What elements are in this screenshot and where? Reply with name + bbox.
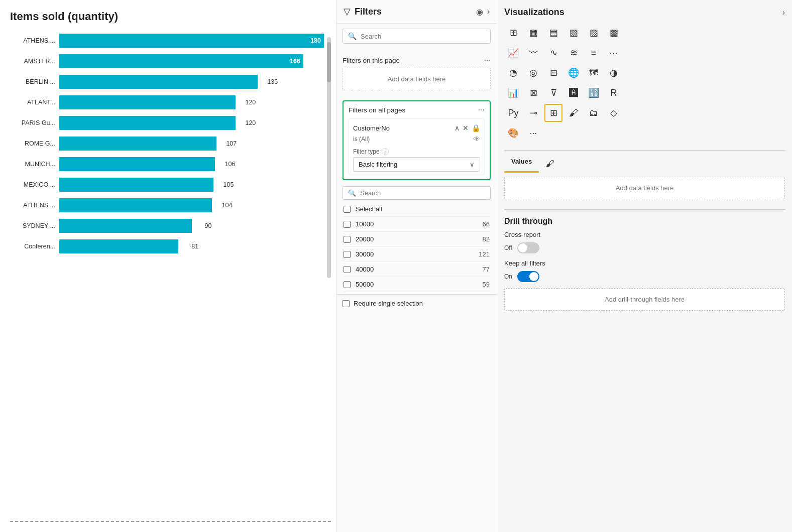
- filter-lock-icon[interactable]: 🔒: [472, 124, 480, 132]
- viz-icon-waterfall[interactable]: ≡: [585, 44, 603, 62]
- viz-icon-bar-100pct[interactable]: ▧: [564, 24, 583, 42]
- bar-container[interactable]: 180: [59, 34, 324, 48]
- viz-icon-funnel[interactable]: ⊽: [544, 84, 562, 102]
- chart-row: BERLIN ...135: [10, 73, 324, 90]
- viz-icon-map[interactable]: 🌐: [564, 64, 583, 82]
- filters-panel-title: Filters: [355, 7, 472, 17]
- bar-container[interactable]: 104: [59, 198, 324, 212]
- bar-value-outside: 120: [245, 119, 256, 126]
- viz-icon-card[interactable]: 🅰: [564, 84, 583, 102]
- viz-icon-line-clustered[interactable]: ▩: [605, 24, 623, 42]
- filters-expand-icon[interactable]: ›: [487, 7, 490, 16]
- bar-value-outside: 81: [191, 243, 198, 250]
- viz-icon-scatter[interactable]: ⋯: [605, 44, 623, 62]
- viz-icon-multi-card[interactable]: 🔢: [585, 84, 603, 102]
- filter-item-checkbox[interactable]: [344, 236, 351, 243]
- bar-label: ATHENS ...: [10, 202, 55, 209]
- viz-icon-paint[interactable]: 🎨: [504, 124, 522, 142]
- viz-icon-shape-map[interactable]: ◇: [605, 104, 623, 122]
- cross-report-row: Cross-report: [504, 231, 785, 238]
- bar-container[interactable]: 107: [59, 137, 324, 151]
- viz-icon-format[interactable]: 🖌: [564, 104, 583, 122]
- viz-icon-python[interactable]: Py: [504, 104, 522, 122]
- filters-search-box[interactable]: 🔍: [343, 29, 491, 44]
- viz-icon-line-stacked[interactable]: ▨: [585, 24, 603, 42]
- viz-icon-bar-chart[interactable]: ▦: [524, 24, 542, 42]
- bar-value-outside: 90: [205, 222, 212, 229]
- bar-container[interactable]: 166: [59, 54, 324, 68]
- viz-values-placeholder: Add data fields here: [504, 177, 785, 199]
- chart-row: ATLANT...120: [10, 94, 324, 111]
- filter-remove-icon[interactable]: ✕: [463, 124, 469, 132]
- filter-item-checkbox[interactable]: [344, 266, 351, 273]
- chart-scrollthumb[interactable]: [327, 42, 331, 82]
- filters-eye-icon[interactable]: ◉: [476, 7, 483, 17]
- filter-item-checkbox[interactable]: [344, 281, 351, 288]
- filter-type-label: Filter type: [353, 148, 380, 155]
- bar-container[interactable]: 90: [59, 219, 324, 233]
- filter-item-count: 82: [483, 235, 490, 243]
- bar-container[interactable]: 81: [59, 239, 324, 253]
- viz-icons-grid: ⊞ ▦ ▤ ▧ ▨ ▩ 📈 〰 ∿ ≋ ≡ ⋯ ◔ ◎ ⊟ 🌐 🗺 ◑ 📊 ⊠ …: [504, 24, 785, 142]
- filter-item-checkbox[interactable]: [344, 251, 351, 258]
- viz-icon-more[interactable]: ···: [524, 124, 542, 142]
- tab-values[interactable]: Values: [504, 155, 539, 173]
- bar-label: AMSTER...: [10, 58, 55, 65]
- viz-icon-decomp[interactable]: ⊸: [524, 104, 542, 122]
- filter-eye-icon[interactable]: 👁: [473, 135, 480, 143]
- viz-icon-line[interactable]: 📈: [504, 44, 522, 62]
- viz-drill-divider: [504, 209, 785, 210]
- filter-item-label: 20000: [356, 235, 478, 243]
- search-input[interactable]: [361, 33, 485, 40]
- filter-is-all-row: is (All) 👁: [353, 134, 480, 145]
- viz-format-icon[interactable]: 🖌: [541, 155, 559, 173]
- viz-icon-kpi[interactable]: 📊: [504, 84, 522, 102]
- filter-type-info-icon[interactable]: i: [382, 148, 389, 155]
- viz-icon-bar-clustered[interactable]: ▤: [544, 24, 562, 42]
- viz-icon-area[interactable]: 〰: [524, 44, 542, 62]
- cross-report-toggle[interactable]: [517, 242, 539, 253]
- require-single-label: Require single selection: [354, 300, 423, 307]
- filter-collapse-icon[interactable]: ∧: [455, 124, 460, 132]
- cross-report-toggle-wrapper: Off: [504, 242, 785, 253]
- viz-icon-r-script[interactable]: R: [605, 84, 623, 102]
- viz-icon-pie[interactable]: ◔: [504, 64, 522, 82]
- filter-type-dropdown[interactable]: Basic filtering ∨: [353, 157, 480, 172]
- viz-icon-matrix[interactable]: ⊠: [524, 84, 542, 102]
- bar: 120: [59, 116, 236, 130]
- filters-all-pages-menu[interactable]: ···: [478, 105, 485, 114]
- viz-icon-stacked-bar[interactable]: ⊞: [504, 24, 522, 42]
- bar-container[interactable]: 120: [59, 116, 324, 130]
- viz-panel: Visualizations › ⊞ ▦ ▤ ▧ ▨ ▩ 📈 〰 ∿ ≋ ≡ ⋯…: [497, 0, 792, 532]
- bar: 180: [59, 34, 324, 48]
- require-single-selection-row: Require single selection: [336, 294, 497, 312]
- viz-icon-treemap[interactable]: ⊟: [544, 64, 562, 82]
- filter-type-arrow-icon: ∨: [470, 161, 475, 168]
- bar-container[interactable]: 105: [59, 178, 324, 192]
- filter-item-checkbox[interactable]: [344, 206, 351, 213]
- filter-item-checkbox[interactable]: [344, 221, 351, 228]
- viz-icon-donut[interactable]: ◎: [524, 64, 542, 82]
- list-item: 2000082: [343, 232, 491, 247]
- search-icon: 🔍: [348, 32, 357, 40]
- require-single-checkbox[interactable]: [343, 300, 350, 307]
- bar-value-outside: 106: [224, 161, 235, 168]
- chart-panel: Items sold (quantity) ATHENS ...180AMSTE…: [0, 0, 336, 532]
- viz-icon-ribbon[interactable]: ≋: [564, 44, 583, 62]
- bar: 106: [59, 157, 215, 171]
- keep-filters-toggle[interactable]: [517, 271, 539, 282]
- viz-icon-filled-map[interactable]: 🗺: [585, 64, 603, 82]
- filters-this-page-menu[interactable]: ···: [484, 56, 491, 65]
- bar-container[interactable]: 106: [59, 157, 324, 171]
- chart-scrollbar[interactable]: [327, 37, 331, 278]
- filter-search-below[interactable]: 🔍: [343, 186, 491, 200]
- viz-icon-gauge[interactable]: ◑: [605, 64, 623, 82]
- viz-icon-slicer[interactable]: 🗂: [585, 104, 603, 122]
- viz-expand-icon[interactable]: ›: [782, 8, 785, 17]
- viz-icon-table[interactable]: ⊞: [544, 104, 562, 122]
- bar-label: MUNICH...: [10, 161, 55, 168]
- bar-container[interactable]: 120: [59, 95, 324, 109]
- bar-container[interactable]: 135: [59, 75, 324, 89]
- filter-search-input-2[interactable]: [360, 189, 485, 197]
- viz-icon-area-stacked[interactable]: ∿: [544, 44, 562, 62]
